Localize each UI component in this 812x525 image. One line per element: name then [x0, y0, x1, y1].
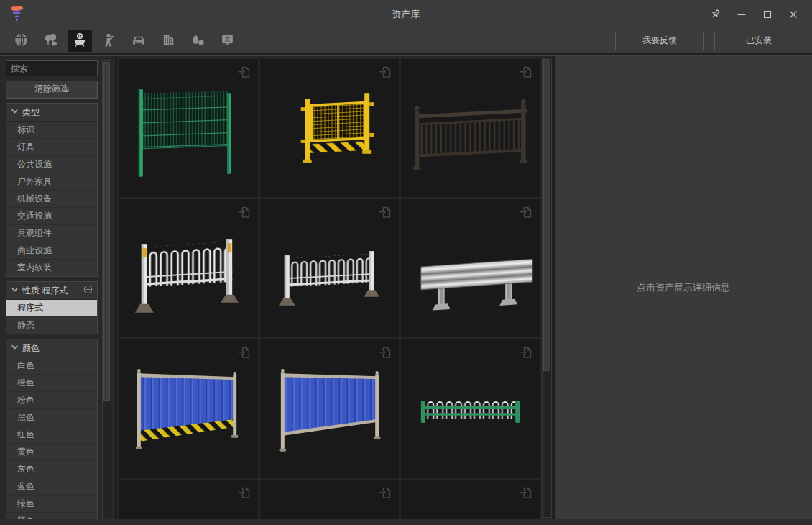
toolbar-category-shapes-button[interactable] — [185, 30, 210, 52]
filter-item-property-1[interactable]: 静态 — [6, 317, 97, 334]
asset-cell-white-uloop-barrier-small[interactable] — [260, 199, 399, 337]
filter-item-color-4[interactable]: 红色 — [6, 426, 97, 444]
search-input[interactable] — [6, 60, 98, 76]
filter-item-type-0[interactable]: 标识 — [6, 122, 97, 139]
trees-icon — [43, 32, 58, 50]
asset-cell-empty-11[interactable] — [401, 480, 540, 519]
sidebar-scrollbar-thumb[interactable] — [103, 62, 110, 401]
asset-cell-green-lawn-fence[interactable] — [401, 339, 540, 478]
toolbar-category-vegetation-button[interactable] — [38, 30, 63, 52]
filter-group-property-title: 性质 程序式 — [22, 285, 80, 297]
asset-cell-yellow-construction-fence[interactable] — [260, 59, 399, 197]
filter-item-type-8[interactable]: 室内软装 — [6, 260, 97, 276]
titlebar: 资产库 — [0, 0, 812, 29]
main-content: 清除筛选 类型标识灯具公共设施户外家具机械设备交通设施景观组件商业设施室内软装性… — [0, 56, 812, 519]
clear-filters-button[interactable]: 清除筛选 — [6, 81, 98, 99]
detail-placeholder-text: 点击资产展示详细信息 — [637, 281, 730, 294]
import-asset-icon[interactable] — [236, 204, 252, 220]
filter-item-property-0[interactable]: 程序式 — [6, 300, 97, 317]
filter-item-color-0[interactable]: 白色 — [6, 357, 97, 375]
window-title: 资产库 — [0, 8, 812, 21]
import-asset-icon[interactable] — [377, 344, 393, 360]
person-icon — [102, 32, 117, 50]
asset-grid-area — [115, 56, 555, 519]
asset-cell-empty-9[interactable] — [119, 480, 258, 519]
app-logo-icon — [9, 5, 26, 24]
filter-item-color-7[interactable]: 蓝色 — [6, 478, 97, 496]
filter-item-color-5[interactable]: 黄色 — [6, 444, 97, 461]
toolbar-category-buildings-button[interactable] — [156, 30, 180, 52]
filter-group-color-title: 颜色 — [22, 342, 93, 355]
asset-cell-black-railing[interactable] — [401, 59, 540, 197]
asset-cell-blue-hoarding[interactable] — [260, 339, 399, 478]
chevron-down-icon — [11, 343, 19, 353]
filter-item-color-3[interactable]: 黑色 — [6, 409, 97, 426]
chevron-down-icon — [11, 286, 19, 296]
cone-sphere-icon — [190, 32, 206, 50]
sidebar-scrollbar[interactable] — [102, 60, 111, 519]
filter-item-type-2[interactable]: 公共设施 — [6, 156, 97, 173]
filter-group-color: 颜色白色橙色粉色黑色红色黄色灰色蓝色绿色紫色 — [6, 339, 98, 525]
filter-group-type-header[interactable]: 类型 — [6, 104, 97, 122]
filter-item-type-6[interactable]: 景观组件 — [6, 225, 97, 242]
toolbar-category-vehicles-button[interactable] — [126, 30, 151, 52]
filter-item-type-5[interactable]: 交通设施 — [6, 208, 97, 225]
window-bottom-edge — [0, 519, 812, 525]
minimize-icon[interactable] — [729, 4, 755, 25]
installed-button[interactable]: 已安装 — [714, 32, 803, 50]
import-asset-icon[interactable] — [377, 485, 393, 501]
import-asset-icon[interactable] — [518, 204, 534, 220]
feedback-button[interactable]: 我要反馈 — [615, 32, 704, 50]
asset-cell-highway-guardrail[interactable] — [401, 199, 540, 337]
toolbar-category-characters-button[interactable] — [97, 30, 121, 52]
detail-panel: 点击资产展示详细信息 — [555, 56, 812, 519]
toolbar-category-world-button[interactable] — [9, 30, 33, 52]
filter-item-type-4[interactable]: 机械设备 — [6, 191, 97, 208]
filter-group-property-header[interactable]: 性质 程序式 — [6, 282, 97, 300]
filter-item-type-3[interactable]: 户外家具 — [6, 173, 97, 191]
asset-cell-white-uloop-barrier-large[interactable] — [119, 199, 258, 337]
filter-item-color-8[interactable]: 绿色 — [6, 496, 97, 513]
import-asset-icon[interactable] — [518, 64, 534, 80]
building-icon — [161, 32, 176, 50]
filter-group-property: 性质 程序式程序式静态 — [6, 281, 98, 334]
close-icon[interactable] — [780, 4, 806, 25]
import-asset-icon[interactable] — [518, 344, 534, 360]
import-asset-icon[interactable] — [236, 485, 252, 501]
asset-cell-blue-hoarding-striped[interactable] — [119, 339, 258, 478]
maximize-icon[interactable] — [755, 4, 780, 25]
filter-item-color-6[interactable]: 灰色 — [6, 461, 97, 478]
filter-group-color-header[interactable]: 颜色 — [6, 339, 97, 357]
filter-group-type-title: 类型 — [22, 106, 93, 119]
import-asset-icon[interactable] — [236, 344, 252, 360]
window-controls — [703, 4, 806, 25]
toolbar: 文 我要反馈 已安装 — [0, 29, 812, 53]
import-asset-icon[interactable] — [236, 64, 252, 80]
filter-item-color-2[interactable]: 粉色 — [6, 392, 97, 409]
filter-item-type-7[interactable]: 商业设施 — [6, 242, 97, 260]
car-icon — [131, 32, 147, 50]
pin-icon[interactable] — [703, 4, 729, 25]
grid-scrollbar[interactable] — [542, 58, 552, 518]
import-asset-icon[interactable] — [518, 485, 534, 501]
asset-grid — [119, 59, 540, 519]
asset-cell-green-mesh-fence[interactable] — [119, 59, 258, 197]
bathtub-icon — [72, 32, 88, 50]
chevron-down-icon — [11, 107, 19, 117]
import-asset-icon[interactable] — [377, 204, 393, 220]
svg-text:文: 文 — [224, 35, 231, 42]
filter-group-type: 类型标识灯具公共设施户外家具机械设备交通设施景观组件商业设施室内软装 — [6, 103, 98, 277]
globe-icon — [14, 32, 29, 50]
filter-sidebar: 清除筛选 类型标识灯具公共设施户外家具机械设备交通设施景观组件商业设施室内软装性… — [0, 56, 115, 519]
toolbar-category-signs-button[interactable]: 文 — [215, 30, 239, 52]
remove-filter-icon[interactable] — [83, 285, 93, 296]
toolbar-category-facilities-button[interactable] — [68, 30, 92, 52]
import-asset-icon[interactable] — [377, 64, 393, 80]
text-badge-icon: 文 — [220, 32, 235, 50]
grid-scrollbar-thumb[interactable] — [543, 59, 550, 371]
filter-item-type-1[interactable]: 灯具 — [6, 139, 97, 156]
asset-cell-empty-10[interactable] — [260, 480, 399, 519]
filter-item-color-1[interactable]: 橙色 — [6, 375, 97, 392]
